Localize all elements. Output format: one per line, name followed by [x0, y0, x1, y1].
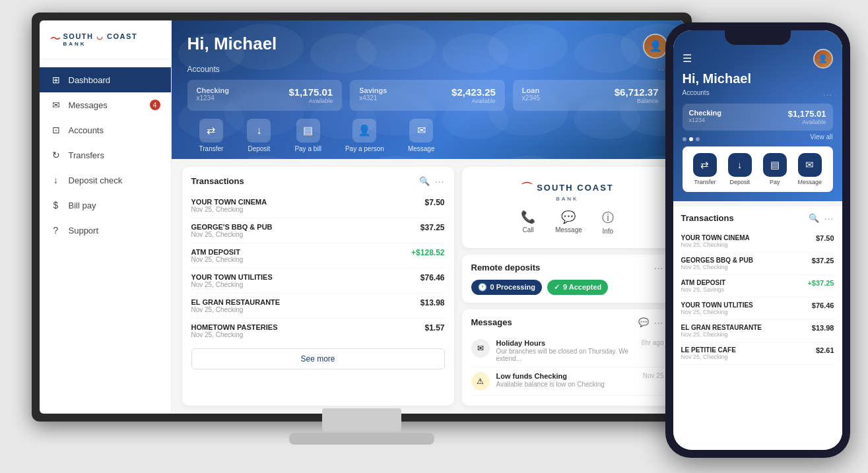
transactions-header: Transactions 🔍 ···	[191, 176, 445, 187]
table-row: YOUR TOWN CINEMA Nov 25, Checking $7.50	[191, 193, 445, 218]
see-more-button[interactable]: See more	[191, 348, 445, 369]
list-item[interactable]: ✉ Holiday Hours Our branches will be clo…	[471, 334, 664, 367]
phone-deposit-label: Deposit	[730, 179, 751, 185]
greeting: Hi, Michael	[187, 34, 277, 54]
logo-text-bank: BANK	[63, 41, 138, 47]
sidebar-item-deposit[interactable]: ↓ Deposit check	[40, 168, 171, 193]
hamburger-icon[interactable]: ☰	[683, 52, 692, 65]
transfer-action[interactable]: ⇄ Transfer	[187, 119, 236, 152]
sidebar-item-label: Bill pay	[69, 201, 96, 210]
checking-card[interactable]: Checking x1234 $1,175.01 Available	[187, 80, 343, 111]
phone-tx-name: YOUR TOWN CINEMA	[681, 234, 750, 241]
transactions-list: YOUR TOWN CINEMA Nov 25, Checking $7.50 …	[191, 193, 445, 343]
loan-card[interactable]: Loan x2345 $6,712.37 Balance	[513, 80, 668, 111]
message-label: Message	[408, 145, 435, 152]
sidebar-item-support[interactable]: ? Support	[40, 218, 171, 243]
phone-pay-label: Pay	[770, 179, 780, 185]
message-content: Holiday Hours Our branches will be close…	[496, 339, 635, 362]
info-action[interactable]: ⓘ Info	[602, 210, 614, 235]
phone-tx-name: YOUR TOWN UTLITIES	[681, 301, 753, 309]
phone-search-icon[interactable]: 🔍	[809, 213, 819, 223]
dashboard-body: Transactions 🔍 ··· YOUR TOWN CINEMA	[172, 159, 684, 414]
phone-tx-amount: $13.98	[812, 324, 834, 338]
sidebar-item-messages[interactable]: ✉ Messages 4	[40, 92, 171, 117]
phone-tx-name: LE PETITIE CAFE	[681, 346, 736, 354]
messages-panel-title: Messages	[471, 317, 512, 327]
accepted-badge[interactable]: ✓ 9 Accepted	[547, 280, 608, 295]
pay-person-action[interactable]: 👤 Pay a person	[333, 119, 396, 152]
messages-menu-icon[interactable]: ···	[654, 317, 664, 328]
sidebar-item-label: Messages	[69, 100, 108, 110]
savings-amount: $2,423.25	[451, 86, 496, 98]
processing-badge[interactable]: 🕐 0 Processing	[471, 280, 542, 295]
remote-deposits-menu-icon[interactable]: ···	[654, 263, 664, 273]
savings-avail: Available	[451, 98, 496, 104]
table-row: LE PETITIE CAFE Nov 25, Checking $2.61	[681, 342, 834, 365]
phone-account-amount: $1,175.01	[788, 109, 826, 119]
messages-compose-icon[interactable]: 💬	[638, 317, 649, 327]
logo-wave-icon: 〜	[50, 32, 61, 46]
phone-header: ☰ 👤 Hi, Michael Accounts ··· Checking x1	[673, 30, 842, 201]
pay-person-label: Pay a person	[345, 145, 384, 152]
phone-tx-date: Nov 25, Checking	[681, 309, 753, 315]
sidebar-item-dashboard[interactable]: ⊞ Dashboard	[40, 67, 171, 92]
message-info-icon: ✉	[471, 339, 490, 358]
call-icon: 📞	[521, 210, 535, 224]
phone-top-row: ☰ 👤	[683, 49, 833, 69]
transactions-menu-icon[interactable]: ···	[435, 176, 445, 187]
sidebar-item-accounts[interactable]: ⊡ Accounts	[40, 117, 171, 142]
phone-tx-amount: $2.61	[816, 346, 834, 360]
sidebar-item-label: Deposit check	[69, 175, 123, 185]
table-row: YOUR TOWN CINEMA Nov 25, Checking $7.50	[681, 230, 834, 253]
deposit-icon: ↓	[247, 119, 271, 142]
loan-type: Loan	[522, 86, 540, 94]
search-icon[interactable]: 🔍	[419, 176, 430, 186]
monitor-inner: 〜 SOUTH ◡ COAST BANK ⊞ Dashboard ✉	[40, 20, 684, 414]
messages-badge: 4	[150, 100, 160, 110]
dot-2	[689, 137, 693, 141]
phone-avatar-img: 👤	[815, 50, 832, 67]
tx-name: GEORGE'S BBQ & PUB	[191, 223, 273, 231]
clock-icon: 🕐	[478, 283, 487, 292]
dot-1	[683, 137, 686, 141]
phone-transactions: Transactions 🔍 ··· YOUR TOWN CINEMA Nov …	[673, 206, 842, 450]
dashboard-icon: ⊞	[50, 74, 62, 86]
deposit-action[interactable]: ↓ Deposit	[235, 119, 283, 152]
pay-bill-action[interactable]: ▤ Pay a bill	[283, 119, 333, 152]
tx-name: HOMETOWN PASTERIES	[191, 323, 278, 331]
savings-card[interactable]: Savings x4321 $2,423.25 Available	[350, 80, 505, 111]
phone-transactions-menu-icon[interactable]: ···	[824, 213, 834, 224]
tx-name: YOUR TOWN CINEMA	[191, 198, 267, 206]
phone-tx-date: Nov 25, Checking	[681, 354, 736, 360]
tx-date: Nov 25, Checking	[191, 206, 267, 213]
phone-deposit-action[interactable]: ↓ Deposit	[728, 153, 752, 185]
checking-amount: $1,175.01	[288, 86, 333, 98]
message-action[interactable]: ✉ Message	[396, 119, 447, 152]
sidebar-item-billpay[interactable]: $ Bill pay	[40, 193, 171, 218]
phone-tx-amount-positive: +$37.25	[807, 279, 834, 293]
monitor-stand	[322, 408, 401, 431]
message-contact-action[interactable]: 💬 Message	[555, 210, 582, 235]
phone-account-card[interactable]: Checking x1234 $1,175.01 Available	[683, 104, 833, 131]
phone-transfer-action[interactable]: ⇄ Transfer	[693, 153, 717, 185]
transfer-label: Transfer	[199, 145, 224, 152]
phone-account-avail: Available	[788, 119, 826, 125]
phone-transactions-title: Transactions	[681, 213, 734, 223]
phone-accounts-label: Accounts ···	[683, 89, 833, 100]
call-action[interactable]: 📞 Call	[521, 210, 535, 235]
list-item[interactable]: ⚠ Low funds Checking Available balance i…	[471, 367, 664, 396]
sidebar-item-label: Support	[69, 226, 99, 236]
phone-accounts-menu-icon[interactable]: ···	[823, 89, 833, 100]
phone-pay-action[interactable]: ▤ Pay	[763, 153, 787, 185]
monitor-base	[289, 433, 434, 445]
table-row: YOUR TOWN UTLITIES Nov 25, Checking $76.…	[681, 298, 834, 320]
deposit-label: Deposit	[248, 145, 270, 152]
message-contact-label: Message	[555, 226, 582, 234]
remote-deposits-title: Remote deposits	[471, 263, 541, 272]
sidebar-item-transfers[interactable]: ↻ Transfers	[40, 142, 171, 168]
billpay-icon: $	[50, 199, 62, 211]
pay-bill-icon: ▤	[296, 119, 320, 142]
phone-message-action[interactable]: ✉ Message	[798, 153, 822, 185]
phone-message-label: Message	[798, 179, 822, 185]
remote-deposits-card: Remote deposits ··· 🕐 0 Processing	[462, 255, 673, 303]
